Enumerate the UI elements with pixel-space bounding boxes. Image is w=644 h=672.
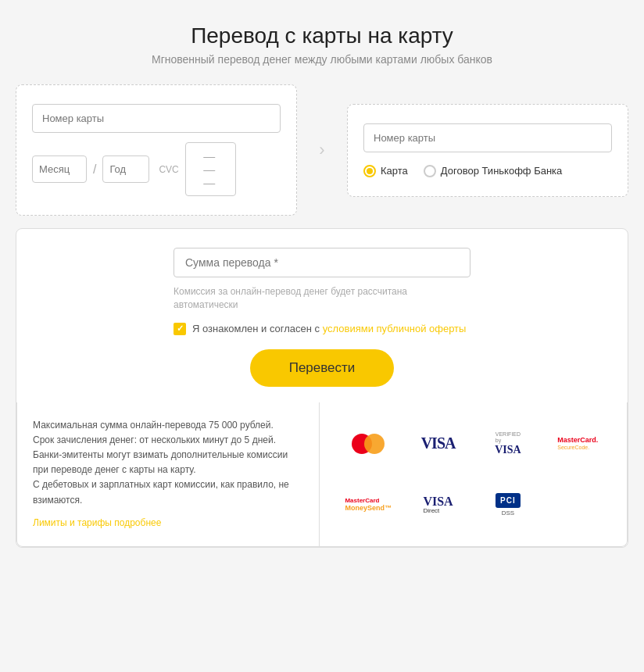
arrow-container: › <box>309 140 335 160</box>
checkbox-row: Я ознакомлен и согласен с условиями публ… <box>174 323 470 335</box>
arrow-right-icon: › <box>319 140 324 160</box>
radio-contract-option[interactable]: Договор Тинькофф Банка <box>424 165 563 177</box>
page: Перевод с карты на карту Мгновенный пере… <box>0 0 644 563</box>
verified-visa-logo: VERIFIEDby VISA <box>495 431 521 456</box>
agreement-checkbox[interactable] <box>174 323 186 335</box>
payment-logos: VISA VERIFIEDby VISA MasterCard. SecureC… <box>320 402 628 546</box>
main-content: Комиссия за онлайн-перевод денег будет р… <box>16 228 628 548</box>
radio-card-label: Карта <box>381 165 408 177</box>
radio-row: Карта Договор Тинькофф Банка <box>363 165 612 177</box>
amount-section: Комиссия за онлайн-перевод денег будет р… <box>16 229 628 402</box>
visa-logo: VISA <box>421 434 456 452</box>
radio-card-dot <box>363 165 376 177</box>
to-card-panel: Карта Договор Тинькофф Банка <box>347 104 628 197</box>
commission-text: Комиссия за онлайн-перевод денег будет р… <box>174 285 470 312</box>
radio-contract-dot <box>424 165 436 177</box>
visa-direct-text: Direct <box>423 507 439 514</box>
submit-btn-wrap: Перевести <box>32 349 612 387</box>
moneysend-mc: MasterCard <box>345 497 392 504</box>
dss-text: DSS <box>502 509 514 517</box>
header: Перевод с карты на карту Мгновенный пере… <box>16 23 628 66</box>
slash-divider: / <box>93 163 96 177</box>
to-card-number-input[interactable] <box>363 123 612 152</box>
limits-link[interactable]: Лимиты и тарифы подробнее <box>33 516 303 531</box>
radio-card-option[interactable]: Карта <box>363 165 408 177</box>
visa-text: VISA <box>421 434 456 452</box>
mc-secure-top: MasterCard. <box>557 436 598 445</box>
info-text: Максимальная сумма онлайн-перевода 75 00… <box>33 420 289 506</box>
page-subtitle: Мгновенный перевод денег между любыми ка… <box>16 53 628 66</box>
mc-secure-bottom: SecureCode. <box>557 445 598 451</box>
page-title: Перевод с карты на карту <box>16 23 628 48</box>
from-card-number-input[interactable] <box>32 104 281 133</box>
from-card-year-input[interactable] <box>102 155 149 183</box>
from-card-bottom-row: / CVC — — — <box>32 142 281 196</box>
moneysend-text: MoneySend™ <box>345 504 392 512</box>
radio-contract-label: Договор Тинькофф Банка <box>441 165 563 177</box>
from-card-panel: / CVC — — — <box>16 84 297 216</box>
verified-text: VERIFIEDby <box>496 431 521 443</box>
mc-moneysend-logo: MasterCard MoneySend™ <box>345 497 392 512</box>
checkbox-text: Я ознакомлен и согласен с условиями публ… <box>192 323 466 334</box>
terms-link[interactable]: условиями публичной оферты <box>323 323 467 334</box>
info-section: Максимальная сумма онлайн-перевода 75 00… <box>16 402 628 547</box>
pci-text: PCI <box>496 493 521 508</box>
mastercard-logo <box>352 434 385 454</box>
amount-input[interactable] <box>174 248 470 277</box>
mc-orange-circle <box>364 434 385 454</box>
cvc-dashes: — — — <box>185 142 236 196</box>
cards-section: / CVC — — — › Карта Договор Тинькофф Бан… <box>16 84 628 216</box>
visa-direct-logo: VISA Direct <box>423 495 453 514</box>
amount-input-wrap <box>174 248 470 277</box>
submit-button[interactable]: Перевести <box>250 349 395 387</box>
info-left: Максимальная сумма онлайн-перевода 75 00… <box>17 402 320 546</box>
cvc-label: CVC <box>159 164 178 175</box>
verified-visa-text: VISA <box>495 444 521 456</box>
mc-securecode-logo: MasterCard. SecureCode. <box>557 436 598 451</box>
pci-dss-logo: PCI DSS <box>496 493 521 517</box>
from-card-month-input[interactable] <box>32 155 87 183</box>
